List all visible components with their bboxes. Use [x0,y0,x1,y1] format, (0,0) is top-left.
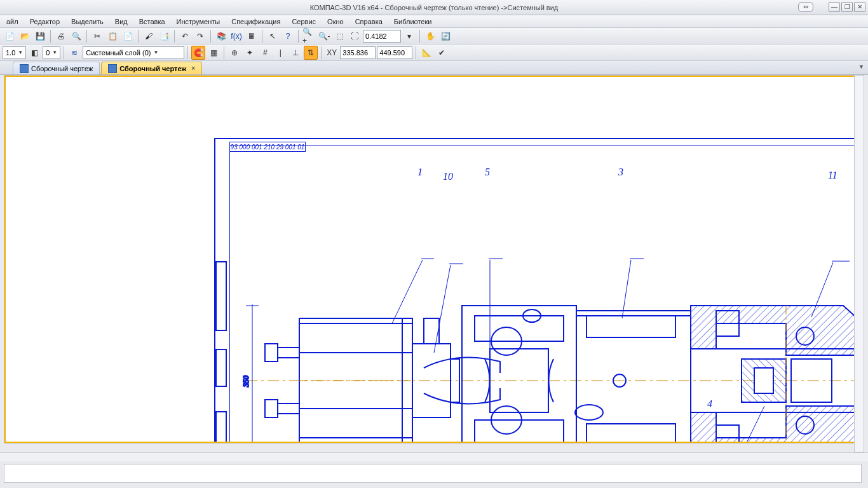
calc-icon[interactable]: 🖩 [245,29,259,43]
callout-3: 3 [618,166,623,178]
tabs-overflow-icon[interactable]: ▼ [858,64,864,70]
zoom-window-icon[interactable]: ⬚ [332,29,346,43]
coord-x-input[interactable] [340,46,376,59]
svg-line-41 [392,260,423,323]
snap-perp-icon[interactable]: ⊥ [288,46,302,60]
menu-window[interactable]: Окно [323,17,348,27]
snap-icon[interactable]: 🧲 [191,46,205,60]
coord-y-input[interactable] [377,46,412,59]
brush-icon[interactable]: 🖌 [142,29,156,43]
svg-rect-16 [424,318,439,344]
svg-rect-11 [299,323,412,353]
line-thickness-combo[interactable]: 1.0▼ [3,46,26,59]
ortho-line-icon[interactable]: | [273,46,287,60]
pan-icon[interactable]: ✋ [423,29,437,43]
zoom-input[interactable] [363,30,401,43]
zoom-in-icon[interactable]: 🔍+ [302,29,316,43]
svg-rect-34 [754,368,773,393]
properties-icon[interactable]: 📑 [157,29,171,43]
preview-icon[interactable]: 🔍 [69,29,83,43]
paste-icon[interactable]: 📄 [121,29,135,43]
callout-10: 10 [443,171,453,182]
svg-rect-26 [587,316,675,337]
menu-spec[interactable]: Спецификация [227,17,284,27]
svg-rect-21 [490,349,548,412]
drawing-svg: 350 [233,158,864,444]
svg-point-29 [575,405,603,420]
snap-grid-icon[interactable]: # [258,46,272,60]
menu-insert[interactable]: Вставка [135,17,169,27]
zoom-dropdown-icon[interactable]: ▾ [402,29,416,43]
variables-icon[interactable]: f(x) [229,29,243,43]
menu-editor[interactable]: Редактор [26,17,64,27]
svg-rect-19 [475,316,564,341]
grid-icon[interactable]: ▦ [207,46,220,60]
menu-bar: айл Редактор Выделить Вид Вставка Инстру… [0,15,868,28]
layer-combo[interactable]: Системный слой (0)▼ [83,46,184,59]
close-button[interactable]: ✕ [854,2,865,12]
menu-libs[interactable]: Библиотеки [390,17,436,27]
cut-icon[interactable]: ✂ [90,29,104,43]
snap-toggle-icon[interactable]: ⇅ [304,46,318,60]
svg-line-47 [622,260,631,318]
document-tabs: Сборочный чертеж Сборочный чертеж × ▼ [0,61,868,75]
svg-rect-18 [462,306,576,444]
toolbar-main: 📄 📂 💾 🖨 🔍 ✂ 📋 📄 🖌 📑 ↶ ↷ 📚 f(x) 🖩 ↖ ? 🔍+ … [0,28,868,44]
drawing-viewport[interactable]: 93 000 001 210 29 001 01 350 [4,75,864,444]
window-controls: — ❐ ✕ [829,2,865,12]
step-combo[interactable]: 0▼ [43,46,60,59]
svg-rect-8 [278,348,299,358]
redraw-icon[interactable]: 🔄 [438,29,452,43]
help-icon[interactable]: ? [281,29,295,43]
tab-doc-2[interactable]: Сборочный чертеж × [101,62,202,74]
open-icon[interactable]: 📂 [18,29,32,43]
new-doc-icon[interactable]: 📄 [3,29,17,43]
library-icon[interactable]: 📚 [214,29,228,43]
callout-5: 5 [485,166,490,178]
callout-1: 1 [417,166,423,178]
svg-rect-9 [278,403,299,414]
tab-label-1: Сборочный чертеж [31,65,93,72]
vertical-scrollbar[interactable] [854,75,864,452]
svg-rect-6 [265,344,278,362]
layer-icon[interactable]: ≋ [67,46,81,60]
drawing-titleblock: 93 000 001 210 29 001 01 [229,142,306,152]
tab-label-2: Сборочный чертеж [119,65,186,72]
maximize-button[interactable]: ❐ [841,2,853,12]
measure-icon[interactable]: 📐 [419,46,433,60]
zoom-fit-icon[interactable]: ⛶ [348,29,362,43]
cursor-icon[interactable]: ↖ [266,29,280,43]
bottom-divider [0,452,868,461]
minimize-button[interactable]: — [829,2,840,12]
save-icon[interactable]: 💾 [33,29,47,43]
coord-label-icon: XY [325,46,339,60]
menu-help[interactable]: Справка [351,17,386,27]
svg-line-43 [434,265,451,353]
snap-mid-icon[interactable]: ✦ [243,46,257,60]
help-badge[interactable]: ⇔ [798,2,813,12]
menu-service[interactable]: Сервис [288,17,320,27]
svg-rect-20 [475,420,564,444]
toolbar-secondary: 1.0▼ ◧ 0▼ ≋ Системный слой (0)▼ 🧲 ▦ ⊕ ✦ … [0,44,868,61]
check-icon[interactable]: ✔ [435,46,449,60]
menu-select[interactable]: Выделить [67,17,107,27]
print-icon[interactable]: 🖨 [54,29,68,43]
redo-icon[interactable]: ↷ [193,29,207,43]
undo-icon[interactable]: ↶ [178,29,192,43]
drawing-icon [108,64,117,73]
tab-doc-1[interactable]: Сборочный чертеж [13,62,100,74]
snap-end-icon[interactable]: ⊕ [227,46,241,60]
menu-view[interactable]: Вид [111,17,132,27]
svg-rect-27 [587,424,675,444]
app-title: КОМПАС-3D V16 x64 - Сборочный чертеж (то… [310,4,559,11]
dim-v: 350 [241,376,250,388]
copy-icon[interactable]: 📋 [105,29,119,43]
callout-11: 11 [828,170,837,181]
color-icon[interactable]: ◧ [27,46,41,60]
menu-tools[interactable]: Инструменты [173,17,224,27]
zoom-out-icon[interactable]: 🔍- [317,29,331,43]
status-textbox[interactable] [4,464,862,483]
tab-close-icon[interactable]: × [191,65,195,72]
svg-rect-12 [299,409,412,438]
menu-file[interactable]: айл [3,17,22,27]
